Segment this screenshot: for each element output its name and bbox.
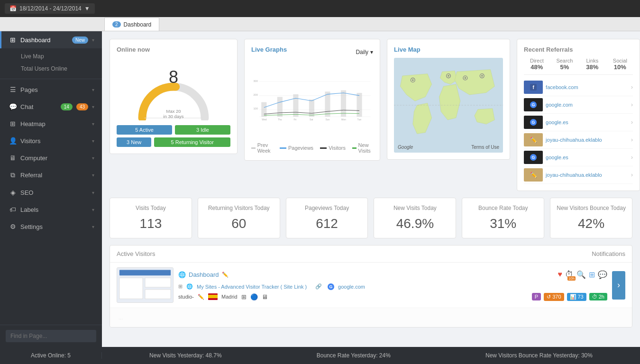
online-now-title: Online now bbox=[117, 46, 230, 53]
edit-location-icon[interactable]: ✏️ bbox=[198, 294, 204, 300]
svg-rect-10 bbox=[261, 102, 266, 117]
returning-label: Returning Visitor bbox=[175, 139, 214, 145]
svg-rect-12 bbox=[293, 94, 298, 117]
referral-thumb: G bbox=[524, 98, 543, 111]
referrals-pct-row: Direct 48% Search 5% Links 38% Social 10… bbox=[524, 58, 633, 71]
chevron-icon: ▾ bbox=[92, 37, 94, 43]
svg-rect-11 bbox=[277, 97, 283, 117]
stats-count: 73 bbox=[578, 294, 584, 300]
sidebar-item-label: Computer bbox=[20, 155, 88, 162]
referral-thumb: G bbox=[524, 151, 543, 164]
stat-bounce-rate: Bounce Rate Today 31% bbox=[462, 198, 544, 238]
sidebar-item-seo[interactable]: ◈ SEO ▾ bbox=[0, 184, 102, 201]
active-label: Active bbox=[139, 127, 154, 133]
sidebar-item-label: Dashboard bbox=[20, 36, 68, 44]
stat-value: 612 bbox=[292, 216, 362, 231]
sidebar-item-settings[interactable]: ⚙ Settings ▾ bbox=[0, 218, 102, 235]
sidebar-item-visitors[interactable]: 👤 Visitors ▾ bbox=[0, 132, 102, 149]
heatmap-icon: ⊞ bbox=[9, 120, 17, 127]
chevron-icon: ▾ bbox=[92, 224, 94, 229]
next-visitor-button[interactable]: › bbox=[612, 271, 625, 300]
visitor-row-2: ... bbox=[110, 308, 632, 327]
visitor-page-title: 🌐 Dashboard ✏️ ♥ ⏱ 10h 🔍 ⊞ 💬 bbox=[178, 270, 607, 280]
sidebar-item-live-map[interactable]: Live Map bbox=[17, 50, 102, 63]
new-returning-bars: 3 New 5 Returning Visitor bbox=[117, 137, 230, 147]
page-preview bbox=[117, 267, 173, 303]
live-graphs-header: Live Graphs Daily ▾ bbox=[251, 46, 373, 58]
live-map-title: Live Map bbox=[394, 46, 503, 53]
flag-es bbox=[208, 293, 218, 300]
live-graphs-filter[interactable]: Daily ▾ bbox=[356, 49, 373, 55]
time-badge: ⏱ 2h bbox=[589, 293, 607, 300]
active-bar: 5 Active bbox=[117, 125, 172, 135]
notifications-label: Notifications bbox=[592, 250, 625, 257]
computer-icon: 🖥 bbox=[9, 154, 17, 162]
pageviews-dot bbox=[280, 147, 286, 149]
stats-row: Visits Today 113 Returning Visitors Toda… bbox=[110, 198, 632, 238]
svg-rect-15 bbox=[341, 90, 346, 117]
search-icon: 🔍 bbox=[576, 270, 586, 279]
chevron-icon: ▾ bbox=[92, 190, 94, 195]
sidebar-item-pages[interactable]: ☰ Pages ▾ bbox=[0, 81, 102, 98]
map-svg bbox=[394, 58, 503, 153]
sidebar-item-labels[interactable]: 🏷 Labels ▾ bbox=[0, 201, 102, 218]
referrals-title: Recent Referrals bbox=[524, 46, 633, 53]
sidebar-item-label: Heatmap bbox=[20, 120, 88, 127]
page-search-input[interactable] bbox=[6, 330, 96, 342]
svg-text:Fri: Fri bbox=[293, 118, 296, 121]
idle-label: Idle bbox=[201, 127, 209, 133]
site-icon: ⊞ bbox=[178, 283, 183, 290]
page-name: Dashboard bbox=[189, 271, 219, 278]
more-visitors-placeholder: ... bbox=[117, 313, 125, 322]
online-count: 8 bbox=[169, 67, 178, 87]
chevron-right-icon: › bbox=[631, 136, 633, 143]
tab-label: Dashboard bbox=[124, 21, 152, 28]
time-val: 2h bbox=[599, 294, 604, 300]
edit-icon[interactable]: ✏️ bbox=[222, 272, 229, 278]
calendar-icon: 📅 bbox=[9, 5, 17, 12]
online-now-widget: Online now 8 Max 20 in 30 days bbox=[110, 39, 238, 154]
stat-new-visits: New Visits Today 46.9% bbox=[374, 198, 456, 238]
visitors-label: Visitors bbox=[329, 145, 346, 151]
sidebar-item-computer[interactable]: 🖥 Computer ▾ bbox=[0, 149, 102, 166]
links-pct: 38% bbox=[579, 64, 605, 71]
sidebar-item-chat[interactable]: 💬 Chat 14 43 ▾ bbox=[0, 98, 102, 115]
stat-label: Bounce Rate Today bbox=[468, 205, 538, 211]
refresh-icon: ↺ bbox=[547, 294, 551, 300]
sidebar-item-heatmap[interactable]: ⊞ Heatmap ▾ bbox=[0, 115, 102, 132]
divider bbox=[0, 79, 102, 79]
sidebar-item-label: Referral bbox=[20, 172, 88, 179]
chevron-right-icon: › bbox=[631, 119, 633, 126]
svg-text:Sun: Sun bbox=[325, 118, 329, 121]
new-badge: New bbox=[72, 36, 88, 44]
pencil-icon: ✏️ bbox=[530, 172, 537, 178]
sidebar-item-dashboard[interactable]: ⊞ Dashboard New ▾ bbox=[0, 31, 102, 48]
active-count: 5 bbox=[135, 127, 138, 133]
stat-new-visitors-bounce: New Visitors Bounce Today 42% bbox=[550, 198, 632, 238]
visitors-dot bbox=[320, 147, 327, 149]
svg-rect-36 bbox=[119, 278, 143, 299]
referrer: google.com bbox=[338, 284, 365, 290]
new-visits-dot bbox=[352, 147, 357, 149]
svg-rect-16 bbox=[357, 93, 362, 117]
chevron-down-icon: ▼ bbox=[84, 5, 90, 12]
new-visits-yesterday: New Visits Yesterday: 48.7% bbox=[149, 352, 222, 359]
grid-icon: ⊞ bbox=[589, 270, 595, 279]
svg-point-26 bbox=[412, 79, 414, 81]
sidebar-sub-dashboard: Live Map Total Users Online bbox=[0, 48, 102, 77]
sidebar-item-total-users[interactable]: Total Users Online bbox=[17, 63, 102, 75]
visitor-row: 🌐 Dashboard ✏️ ♥ ⏱ 10h 🔍 ⊞ 💬 bbox=[110, 263, 632, 308]
idle-count: 3 bbox=[196, 127, 199, 133]
visitor-info: 🌐 Dashboard ✏️ ♥ ⏱ 10h 🔍 ⊞ 💬 bbox=[178, 270, 607, 301]
svg-text:Sat: Sat bbox=[310, 118, 313, 121]
referral-name: google.es bbox=[546, 119, 628, 125]
svg-text:300: 300 bbox=[253, 80, 257, 82]
city: Madrid bbox=[221, 294, 238, 300]
chevron-icon: ▾ bbox=[92, 87, 94, 92]
chevron-right-icon: › bbox=[631, 172, 633, 178]
svg-point-28 bbox=[448, 75, 449, 77]
date-range-picker[interactable]: 📅 18/12/2014 - 24/12/2014 ▼ bbox=[5, 3, 95, 14]
sidebar-item-referral[interactable]: ⧉ Referral ▾ bbox=[0, 166, 102, 184]
google-icon: G bbox=[530, 119, 537, 126]
tab-dashboard[interactable]: 2 Dashboard bbox=[104, 18, 159, 31]
